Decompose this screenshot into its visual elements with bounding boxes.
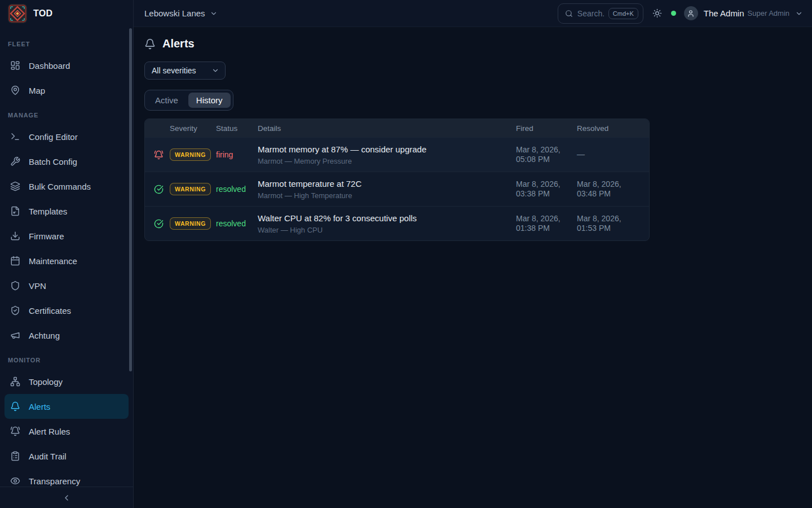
sidebar-item-dashboard[interactable]: Dashboard (5, 53, 129, 78)
column-header-resolved: Resolved (577, 124, 640, 133)
fired-time: Mar 8, 2026, 01:38 PM (516, 214, 577, 234)
sidebar-item-achtung[interactable]: Achtung (5, 323, 129, 348)
bell-ring-icon (154, 150, 164, 160)
column-header-severity: Severity (170, 124, 216, 133)
alert-subtitle: Marmot — High Temperature (258, 191, 516, 200)
chevron-down-icon (795, 10, 803, 17)
sidebar-collapse-button[interactable] (56, 491, 77, 505)
sidebar-item-alerts[interactable]: Alerts (5, 394, 129, 419)
sidebar-item-config-editor[interactable]: Config Editor (5, 124, 129, 149)
severity-badge: WARNING (170, 148, 211, 161)
sidebar-item-audit-trail[interactable]: Audit Trail (5, 444, 129, 468)
bell-icon (144, 38, 156, 50)
resolved-time: Mar 8, 2026, 01:53 PM (577, 214, 640, 234)
alerts-page: Alerts All severities Active History Sev… (134, 27, 812, 508)
section-label-manage: MANAGE (5, 103, 129, 124)
table-row: WARNING resolved Walter CPU at 82% for 3… (145, 206, 649, 240)
fired-time: Mar 8, 2026, 05:08 PM (516, 145, 577, 165)
rug-logo-icon (8, 4, 27, 23)
sidebar-item-label: Alert Rules (29, 427, 70, 436)
alert-details: Marmot temperature at 72C Marmot — High … (258, 179, 516, 200)
sidebar-item-label: Topology (29, 377, 63, 387)
shield-icon (10, 281, 20, 291)
sidebar-item-label: Config Editor (29, 132, 78, 142)
sidebar-item-label: Dashboard (29, 61, 70, 71)
sidebar-item-label: Audit Trail (29, 452, 67, 461)
sidebar-item-label: Templates (29, 207, 67, 216)
wrench-icon (10, 156, 20, 167)
section-label-monitor: MONITOR (5, 348, 129, 369)
section-label-fleet: FLEET (5, 32, 129, 53)
sidebar-item-label: Alerts (29, 402, 50, 411)
severity-filter-select[interactable]: All severities (144, 62, 226, 80)
layers-icon (10, 181, 20, 191)
sun-icon (652, 8, 662, 18)
user-role: Super Admin (748, 9, 789, 17)
sidebar-item-label: Batch Config (29, 157, 77, 167)
alerts-history-table: Severity Status Details Fired Resolved W… (144, 119, 650, 241)
search-input[interactable] (577, 9, 604, 18)
sidebar-item-label: Firmware (29, 231, 64, 241)
download-icon (10, 231, 20, 241)
sidebar-item-maintenance[interactable]: Maintenance (5, 248, 129, 273)
main-column: Lebowski Lanes Cmd+K (134, 0, 812, 508)
sidebar-item-transparency[interactable]: Transparency (5, 468, 129, 487)
page-title-row: Alerts (144, 37, 801, 50)
circle-check-icon (154, 219, 164, 229)
alert-details: Marmot memory at 87% — consider upgrade … (258, 144, 516, 165)
chevron-left-icon (62, 493, 71, 502)
dashboard-grid-icon (10, 60, 20, 71)
global-search[interactable]: Cmd+K (558, 3, 643, 24)
topbar: Lebowski Lanes Cmd+K (134, 0, 812, 27)
sidebar-item-label: Transparency (29, 476, 80, 486)
network-icon (10, 376, 20, 387)
terminal-icon (10, 132, 20, 142)
alert-title: Walter CPU at 82% for 3 consecutive poll… (258, 213, 516, 223)
sidebar-nav: FLEET Dashboard Map MANAGE Config Editor (0, 27, 133, 487)
sidebar-item-certificates[interactable]: Certificates (5, 298, 129, 323)
sidebar-item-vpn[interactable]: VPN (5, 273, 129, 298)
status-text: firing (216, 150, 258, 159)
theme-toggle-button[interactable] (651, 7, 663, 19)
column-header-fired: Fired (516, 124, 577, 133)
chevron-down-icon (210, 10, 218, 17)
sidebar-item-batch-config[interactable]: Batch Config (5, 149, 129, 174)
sidebar-item-label: Maintenance (29, 256, 77, 266)
severity-filter-value: All severities (152, 66, 196, 75)
user-icon (687, 10, 695, 17)
org-selector-label: Lebowski Lanes (144, 8, 205, 18)
org-selector[interactable]: Lebowski Lanes (144, 8, 218, 18)
user-menu[interactable]: The Admin Super Admin (684, 6, 803, 20)
sidebar-item-label: Map (29, 86, 45, 95)
tab-active[interactable]: Active (147, 93, 186, 108)
resolved-time: Mar 8, 2026, 03:48 PM (577, 179, 640, 199)
sidebar-item-alert-rules[interactable]: Alert Rules (5, 419, 129, 444)
bell-ring-icon (10, 426, 20, 436)
table-row: WARNING firing Marmot memory at 87% — co… (145, 137, 649, 172)
sidebar-item-templates[interactable]: Templates (5, 199, 129, 224)
severity-badge: WARNING (170, 183, 211, 195)
alerts-view-tabs: Active History (144, 90, 233, 111)
circle-check-icon (154, 185, 164, 194)
alert-title: Marmot temperature at 72C (258, 179, 516, 189)
sidebar-item-firmware[interactable]: Firmware (5, 224, 129, 248)
tab-history[interactable]: History (188, 93, 231, 108)
sidebar-item-bulk-commands[interactable]: Bulk Commands (5, 174, 129, 199)
alert-subtitle: Marmot — Memory Pressure (258, 157, 516, 165)
alert-title: Marmot memory at 87% — consider upgrade (258, 144, 516, 154)
table-row: WARNING resolved Marmot temperature at 7… (145, 172, 649, 206)
sidebar-scrollbar-thumb[interactable] (129, 28, 132, 371)
sidebar-item-map[interactable]: Map (5, 78, 129, 103)
chevron-down-icon (211, 67, 219, 75)
search-shortcut-kbd: Cmd+K (608, 8, 638, 19)
calendar-icon (10, 256, 20, 266)
search-icon (565, 10, 573, 17)
page-title: Alerts (162, 37, 195, 50)
shield-check-icon (10, 305, 20, 316)
sidebar-footer (0, 487, 133, 508)
status-text: resolved (216, 219, 258, 228)
bell-icon (10, 401, 20, 411)
file-icon (10, 206, 20, 216)
severity-badge: WARNING (170, 217, 211, 230)
sidebar-item-topology[interactable]: Topology (5, 369, 129, 394)
